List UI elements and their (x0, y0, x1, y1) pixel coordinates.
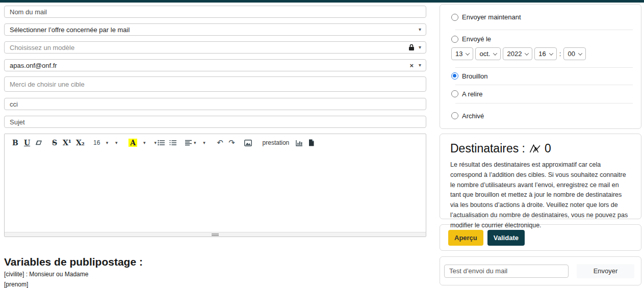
superscript-button[interactable]: X¹ (63, 138, 71, 147)
radio-option-a-relire[interactable]: A relire (448, 85, 633, 103)
recipients-count: 0 (545, 142, 551, 155)
file-icon (308, 139, 314, 146)
unordered-list-icon (158, 140, 165, 146)
apercu-button[interactable]: Aperçu (448, 230, 483, 246)
chevron-down-icon: ▾ (419, 63, 421, 68)
insert-image-button[interactable] (244, 138, 252, 147)
bold-button[interactable]: B (12, 138, 19, 147)
send-test-button[interactable]: Envoyer (577, 264, 634, 278)
test-send-card: Envoyer (440, 256, 641, 285)
hour-select[interactable]: 16 (534, 47, 556, 60)
send-status-card: Envoyer maintenant Envoyé le 13 oct. 202… (440, 4, 641, 129)
radio-label[interactable]: Brouillon (462, 72, 488, 80)
subscript-button[interactable]: X₂ (76, 138, 85, 147)
offer-select-value: Sélectionner l’offre concernée par le ma… (10, 26, 130, 34)
resize-handle-icon (212, 233, 219, 236)
radio-option-envoyer-maintenant[interactable]: Envoyer maintenant (448, 5, 633, 30)
mailmerge-variable-prenom: [prenom] (4, 281, 426, 288)
radio-option-archive[interactable]: Archivé (448, 103, 633, 128)
ordered-list-button[interactable] (169, 138, 176, 147)
align-left-icon (185, 140, 192, 146)
editor-content[interactable] (5, 150, 426, 224)
chevron-down-icon: ▾ (143, 140, 146, 145)
cci-input[interactable] (4, 98, 426, 110)
mail-form: Sélectionner l’offre concernée par le ma… (4, 6, 426, 288)
radio-selected-icon[interactable] (451, 72, 458, 80)
editor-resize-bar[interactable] (5, 232, 426, 237)
lock-icon (408, 44, 415, 51)
editor-toolbar: B U S X¹ X₂ 16 ▾ ▾ A ▾ ▾ (5, 134, 426, 150)
radio-label[interactable]: Envoyé le (462, 35, 491, 43)
target-input[interactable] (4, 76, 426, 92)
image-icon (244, 140, 252, 146)
chevron-down-icon: ▾ (194, 140, 196, 145)
year-select[interactable]: 2022 (503, 47, 532, 60)
line-height-dropdown[interactable]: ▾ (113, 138, 120, 147)
chevron-down-icon: ▾ (106, 140, 109, 145)
prestation-button[interactable]: prestation (261, 139, 292, 146)
clear-icon[interactable]: × (409, 62, 414, 69)
validate-button[interactable]: Validate (487, 230, 525, 246)
radio-icon[interactable] (451, 14, 458, 21)
time-separator: : (559, 50, 561, 58)
strikethrough-button[interactable]: S (51, 138, 58, 147)
subject-input[interactable] (4, 116, 426, 128)
radio-label[interactable]: Envoyer maintenant (462, 13, 521, 21)
radio-icon[interactable] (451, 112, 458, 119)
font-size-dropdown[interactable]: 16 ▾ (93, 138, 108, 147)
radio-label[interactable]: A relire (462, 90, 482, 98)
sidebar-panel: Envoyer maintenant Envoyé le 13 oct. 202… (440, 4, 641, 285)
chevron-down-icon (525, 51, 529, 55)
radio-icon[interactable] (451, 90, 458, 97)
template-select-placeholder: Choisissez un modèle (10, 44, 74, 51)
chevron-down-icon (549, 51, 553, 55)
chevron-down-icon: ▾ (419, 27, 421, 32)
sender-select-value: apas.onf@onf.fr (10, 62, 57, 69)
eraser-icon[interactable] (35, 138, 42, 147)
chevron-down-icon: ▾ (419, 45, 421, 50)
radio-label[interactable]: Archivé (462, 112, 484, 120)
offer-select[interactable]: Sélectionner l’offre concernée par le ma… (4, 23, 426, 36)
underline-button[interactable]: U (23, 138, 31, 147)
top-accent-bar (0, 0, 644, 3)
table-dropdown[interactable]: ▾ (201, 138, 208, 147)
test-email-input[interactable] (444, 265, 569, 278)
unordered-list-button[interactable]: ▾ (154, 138, 165, 147)
recipients-count-icon (528, 143, 542, 155)
month-select[interactable]: oct. (475, 47, 501, 60)
text-color-icon: A (128, 139, 137, 147)
template-select[interactable]: Choisissez un modèle ▾ (4, 41, 426, 54)
rich-text-editor[interactable]: B U S X¹ X₂ 16 ▾ ▾ A ▾ ▾ (4, 134, 426, 237)
undo-button[interactable]: ↶ (217, 138, 224, 147)
recipients-description: Le résultat des destinataires est approx… (450, 160, 631, 230)
chevron-down-icon (466, 51, 470, 55)
chart-icon (296, 140, 303, 146)
chevron-down-icon: ▾ (154, 140, 157, 145)
radio-icon[interactable] (451, 36, 458, 43)
mailmerge-variable-civilite: [civilite] : Monsieur ou Madame (4, 271, 426, 278)
recipients-title: Destinataires : 0 (450, 142, 631, 155)
mailmerge-variables-title: Variables de publipostage : (4, 256, 426, 268)
chevron-down-icon (578, 51, 582, 55)
redo-button[interactable]: ↷ (228, 138, 236, 147)
insert-chart-button[interactable] (296, 138, 303, 147)
radio-option-envoye-le[interactable]: Envoyé le 13 oct. 2022 16 : 00 (448, 30, 633, 67)
insert-document-button[interactable] (307, 138, 315, 147)
chevron-down-icon (493, 51, 497, 55)
paragraph-align-dropdown[interactable]: ▾ (185, 138, 196, 147)
day-select[interactable]: 13 (451, 47, 473, 60)
mail-name-input[interactable] (4, 6, 426, 18)
ordered-list-icon (169, 140, 176, 146)
minute-select[interactable]: 00 (563, 47, 585, 60)
sender-select[interactable]: apas.onf@onf.fr × ▾ (4, 59, 426, 71)
radio-option-brouillon[interactable]: Brouillon (448, 68, 633, 85)
recipients-card: Destinataires : 0 Le résultat des destin… (440, 134, 641, 219)
text-color-dropdown[interactable]: A ▾ (128, 138, 145, 147)
schedule-date-selects: 13 oct. 2022 16 : 00 (451, 47, 633, 60)
